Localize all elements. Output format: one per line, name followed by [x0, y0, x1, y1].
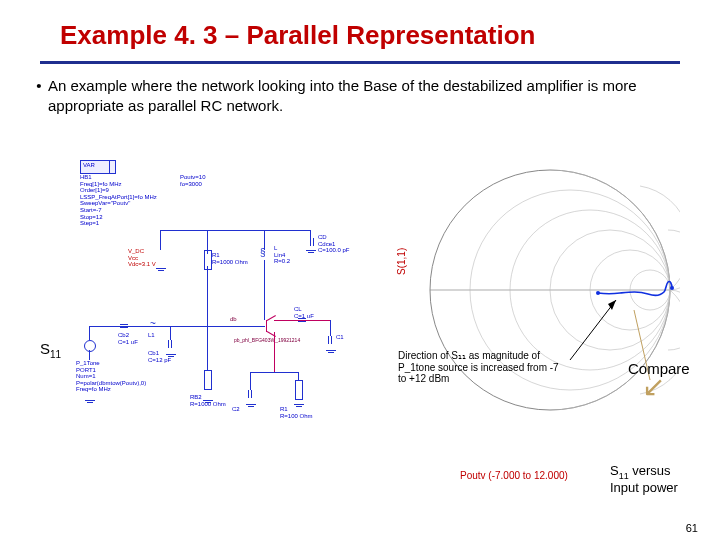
- wire-c2-u: [250, 372, 251, 390]
- cb1: [166, 340, 174, 348]
- cb2: [120, 322, 128, 330]
- gnd-c1: [326, 350, 336, 358]
- svg-line-9: [570, 300, 616, 360]
- l1: ~: [150, 321, 156, 327]
- vs-sub: 11: [619, 471, 629, 481]
- c1-label: C1: [336, 334, 344, 341]
- wire-cb1-u: [170, 326, 171, 340]
- hb1-params: HB1 Freq[1]=fo MHz Order[1]=9 LSSP_FreqA…: [80, 174, 157, 227]
- cdec1-label: CD Cdce1 C=100.0 pF: [318, 234, 350, 254]
- s11-sub: 11: [50, 349, 61, 360]
- wire-top: [160, 230, 310, 231]
- wire-r1-d: [207, 266, 208, 326]
- title-divider: [40, 61, 680, 64]
- wire-r1-u: [207, 230, 208, 254]
- bjt-model: pb_phl_BFG403W_19921214: [234, 338, 300, 344]
- slide: Example 4. 3 – Parallel Representation •…: [0, 0, 720, 540]
- var-icon: VAR: [80, 160, 110, 174]
- wire-em-split: [250, 372, 298, 373]
- slide-title: Example 4. 3 – Parallel Representation: [0, 0, 720, 57]
- cb3-label: CL C=1 uF: [294, 306, 314, 319]
- gnd-vdc: [156, 268, 166, 276]
- smith-chart-area: S(1,1): [400, 160, 680, 450]
- var-params: Poutv=10 fo=3000: [180, 174, 206, 187]
- c1: [326, 336, 334, 344]
- wire-l-u: [264, 230, 265, 250]
- r2: [295, 380, 303, 400]
- cdec1: [308, 238, 316, 246]
- c2: [246, 390, 254, 398]
- smith-ylabel: S(1,1): [396, 248, 407, 275]
- svg-point-7: [670, 286, 674, 290]
- s11-main: S: [40, 340, 50, 357]
- wire-p1-d: [89, 350, 90, 360]
- wire-base: [120, 326, 265, 327]
- port1-label: P_1Tone PORT1 Num=1 P=polar(dbmtow(Poutv…: [76, 360, 146, 393]
- s11-label: S11: [40, 340, 61, 360]
- gnd-cdec: [306, 250, 316, 258]
- port1-symbol: [84, 340, 96, 352]
- gnd-rb2: [203, 400, 213, 408]
- rb2: [204, 370, 212, 390]
- node-db: db: [230, 316, 237, 323]
- wire-l-d: [264, 260, 265, 320]
- compare-callout: Compare ↙: [628, 360, 700, 396]
- wire-vcc-down: [160, 230, 161, 250]
- r1: [204, 250, 212, 270]
- direction-annotation: Direction of S₁₁ as magnitude of P_1tone…: [398, 350, 568, 385]
- r1-label: R1 R=1000 Ohm: [212, 252, 248, 265]
- s11-vs-power-note: S11 versus Input power: [610, 464, 700, 496]
- gnd-r2: [294, 404, 304, 412]
- bullet-text: An example where the network looking int…: [48, 76, 680, 115]
- lin4: §: [260, 250, 266, 256]
- bullet-dot: •: [30, 76, 48, 96]
- wire-emitter: [274, 332, 275, 372]
- vs-prefix: S: [610, 463, 619, 478]
- figure-area: S11 LSSP HB1 Freq[1]=fo MHz Order[1]=9 L…: [40, 160, 700, 520]
- lin4-label: L Lin4 R=0.2: [274, 245, 290, 265]
- bullet-1: • An example where the network looking i…: [0, 76, 720, 115]
- wire-p1-u: [89, 326, 90, 340]
- arrow-down-icon: ↙: [642, 379, 700, 396]
- gnd-port1: [85, 400, 95, 408]
- l1-label: L1: [148, 332, 155, 339]
- svg-point-8: [596, 291, 600, 295]
- c2-label: C2: [232, 406, 240, 413]
- var-icon-label: VAR: [83, 162, 95, 168]
- gnd-c2: [246, 404, 256, 412]
- wire-cdec-u: [310, 230, 311, 238]
- page-number: 61: [686, 522, 698, 534]
- circuit-schematic: LSSP HB1 Freq[1]=fo MHz Order[1]=9 LSSP_…: [80, 160, 370, 480]
- smith-xlabel: Poutv (-7.000 to 12.000): [460, 470, 568, 481]
- gnd-cb1: [166, 354, 176, 362]
- wire-p1-r: [89, 326, 120, 327]
- wire-c1-u: [330, 320, 331, 336]
- wire-rb2: [207, 326, 208, 376]
- vdc-label: V_DC Vcc Vdc=3.1 V: [128, 248, 156, 268]
- cb2-label: Cb2 C=1 uF: [118, 332, 138, 345]
